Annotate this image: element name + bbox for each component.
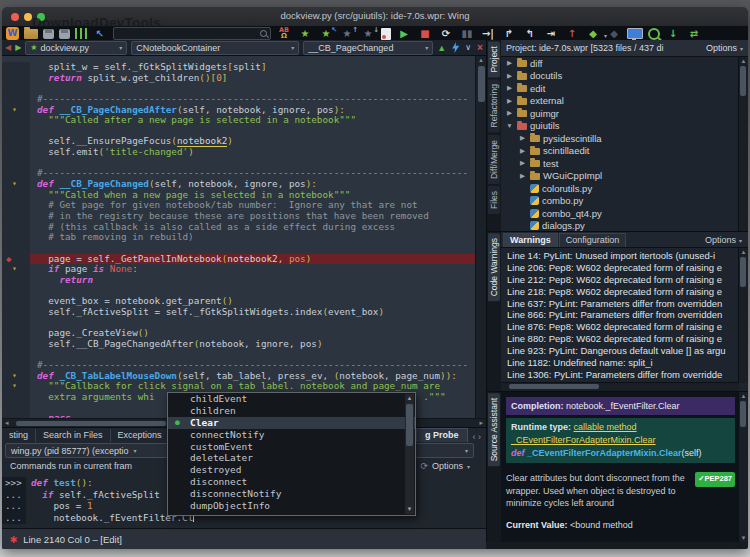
- fold-marker-icon[interactable]: ▾: [12, 105, 17, 115]
- autocomplete-item[interactable]: customEvent: [168, 441, 415, 453]
- project-options-button[interactable]: Options ▾: [700, 43, 743, 53]
- breakpoint-toggle-icon[interactable]: ◆▾: [585, 27, 601, 40]
- refresh-icon[interactable]: ⟳: [420, 461, 428, 471]
- bookmark-goto-icon[interactable]: ★↖: [318, 27, 334, 40]
- scroll-up-icon[interactable]: ▲: [739, 248, 748, 256]
- save-all-icon[interactable]: [59, 29, 70, 39]
- autocomplete-item[interactable]: children: [168, 405, 415, 417]
- warning-row[interactable]: Line 218: Pep8: W602 deprecated form of …: [501, 286, 739, 298]
- spell-check-icon[interactable]: [276, 27, 292, 40]
- code-line[interactable]: [2, 243, 475, 254]
- warning-row[interactable]: Line 637: PyLint: Parameters differ from…: [501, 298, 739, 310]
- code-line[interactable]: # in the registry because these are posi…: [2, 211, 475, 222]
- code-line[interactable]: self._fActiveSplit = self._fGtkSplitWidg…: [2, 307, 475, 318]
- vtab-refactoring[interactable]: Refactoring: [488, 79, 500, 132]
- chevron-down-icon[interactable]: ∨: [465, 43, 471, 52]
- warning-row[interactable]: Line 1306: PyLint: Parameters differ fro…: [501, 369, 739, 381]
- runtime-type-link[interactable]: _CEventFilterForAdapterMixin.Clear: [511, 435, 656, 445]
- scrollbar-thumb[interactable]: [16, 421, 166, 426]
- tree-item[interactable]: ▶diff: [501, 57, 739, 70]
- tree-item[interactable]: ▶edit: [501, 82, 739, 95]
- vtab-diff-merge[interactable]: Diff/Merge: [488, 135, 500, 184]
- stack-up-icon[interactable]: ↑: [564, 27, 580, 40]
- bookmark-next-icon[interactable]: ★↓: [360, 27, 376, 40]
- vtab-files[interactable]: Files: [488, 186, 500, 214]
- scroll-up-icon[interactable]: ▲: [739, 392, 748, 400]
- expander-icon[interactable]: ▶: [505, 84, 514, 92]
- code-line[interactable]: ▾ """Callback for click signal on a tab …: [2, 381, 475, 392]
- code-line[interactable]: [2, 349, 475, 360]
- debug-restart-icon[interactable]: ⟳: [438, 27, 454, 40]
- scroll-up-icon[interactable]: ▲: [405, 394, 414, 403]
- code-line[interactable]: [2, 83, 475, 94]
- expander-icon[interactable]: ▶: [518, 159, 527, 167]
- class-selector[interactable]: CNotebookContainer ▾: [131, 41, 299, 55]
- tree-item[interactable]: ▶WGuiCppImpl: [501, 170, 739, 183]
- expander-icon[interactable]: ▶: [518, 134, 527, 142]
- project-scrollbar[interactable]: ▲: [738, 57, 748, 231]
- scrollbar-thumb[interactable]: [740, 257, 746, 287]
- autocomplete-item[interactable]: childEvent: [168, 393, 415, 405]
- editor-code[interactable]: split_w = self._fGtkSplitWidgets[split] …: [2, 56, 475, 418]
- expander-icon[interactable]: ▼: [505, 122, 514, 129]
- warning-row[interactable]: Line 880: Pep8: W602 deprecated form of …: [501, 333, 739, 345]
- autocomplete-item[interactable]: ●Clear: [168, 417, 415, 429]
- scrollbar-thumb[interactable]: [740, 66, 746, 96]
- tree-item[interactable]: ▶test: [501, 157, 739, 170]
- code-line[interactable]: split_w = self._fGtkSplitWidgets[split]: [2, 62, 475, 73]
- tab-search-in-files[interactable]: Search in Files: [36, 429, 111, 442]
- code-line[interactable]: #---------------------------------------…: [2, 94, 475, 105]
- scroll-down-icon[interactable]: ▼: [405, 505, 414, 514]
- code-line[interactable]: [2, 126, 475, 137]
- debug-io-icon[interactable]: [627, 28, 643, 39]
- tree-item[interactable]: ▶pysidescintilla: [501, 132, 739, 145]
- scrollbar-thumb[interactable]: [509, 384, 599, 389]
- code-line[interactable]: self.emit('title-changed'): [2, 147, 475, 158]
- search-tool-icon[interactable]: [648, 28, 660, 40]
- autocomplete-item[interactable]: disconnectNotify: [168, 488, 415, 500]
- bookmark-add-icon[interactable]: ★: [297, 27, 313, 40]
- debug-stop-icon[interactable]: ■: [417, 27, 433, 40]
- breakpoint-icon[interactable]: ◆: [6, 254, 11, 264]
- code-line[interactable]: # (this callback is also called as a sid…: [2, 222, 475, 233]
- expander-icon[interactable]: ▶: [505, 97, 514, 105]
- tab-sting[interactable]: sting: [2, 429, 36, 442]
- vtab-code-warnings[interactable]: Code Warnings: [488, 233, 500, 301]
- warning-row[interactable]: Line 212: Pep8: W602 deprecated form of …: [501, 274, 739, 286]
- code-line[interactable]: ▾def __CB_PageChanged(self, notebook, ig…: [2, 179, 475, 190]
- autocomplete-item[interactable]: disconnect: [168, 476, 415, 488]
- code-line[interactable]: #---------------------------------------…: [2, 168, 475, 179]
- warning-row[interactable]: Line 1182: Undefined name: split_i: [501, 357, 739, 369]
- tree-item[interactable]: colorutils.py: [501, 182, 739, 195]
- step-over-icon[interactable]: ↱: [501, 27, 517, 40]
- nav-forward-icon[interactable]: ▶: [15, 43, 21, 52]
- bookmark-prev-icon[interactable]: ★↑: [339, 27, 355, 40]
- goto-symbol-icon[interactable]: [452, 42, 459, 53]
- expander-icon[interactable]: ▶: [518, 147, 527, 155]
- expander-icon[interactable]: ▶: [505, 109, 514, 117]
- step-out-icon[interactable]: ↰: [522, 27, 538, 40]
- code-line[interactable]: [2, 158, 475, 169]
- vtab-source-assistant[interactable]: Source Assistant: [488, 393, 500, 466]
- nav-back-icon[interactable]: ◀: [5, 43, 11, 52]
- code-line[interactable]: return: [2, 275, 475, 286]
- scrollbar-thumb[interactable]: [478, 66, 485, 102]
- tree-item[interactable]: ▶external: [501, 95, 739, 108]
- tree-item[interactable]: combo.py: [501, 195, 739, 208]
- breakpoints-disable-icon[interactable]: ◆: [606, 27, 622, 40]
- syntax-ok-indicator-icon[interactable]: ▲: [437, 43, 446, 53]
- code-line[interactable]: ▾ if page is None:: [2, 264, 475, 275]
- tab-scroll-arrows[interactable]: ‹ ›: [468, 432, 487, 442]
- scroll-right-icon[interactable]: ▸: [476, 419, 486, 427]
- expander-icon[interactable]: ▶: [505, 59, 514, 67]
- warning-row[interactable]: Line 866: PyLint: Parameters differ from…: [501, 309, 739, 321]
- open-file-icon[interactable]: [24, 29, 38, 39]
- code-line[interactable]: #---------------------------------------…: [2, 360, 475, 371]
- tab-warnings[interactable]: Warnings: [503, 233, 558, 247]
- code-line[interactable]: """Called when a new page is selected in…: [2, 190, 475, 201]
- fold-marker-icon[interactable]: ▾: [12, 381, 17, 391]
- fold-marker-icon[interactable]: ▾: [12, 264, 17, 274]
- code-line[interactable]: # Get page for given notebook/tab number…: [2, 200, 475, 211]
- vtab-project[interactable]: Project: [488, 41, 500, 77]
- scroll-up-icon[interactable]: ▲: [476, 56, 486, 64]
